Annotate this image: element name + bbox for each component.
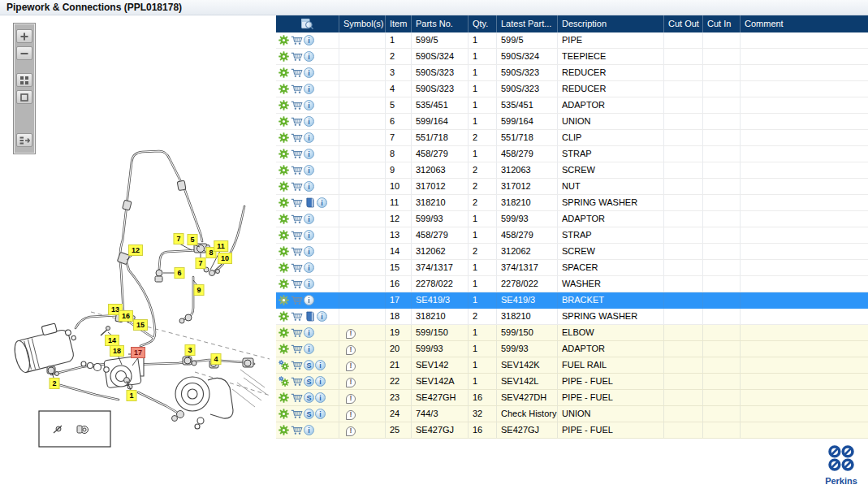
supersession-icon[interactable]: S <box>304 376 314 387</box>
cart-icon[interactable] <box>291 408 303 420</box>
table-row[interactable]: i ! 25 SE427GJ 16 SE427GJ PIPE - FUEL <box>276 422 868 439</box>
diagram-callout-5[interactable]: 5 <box>187 234 197 245</box>
zoom-in-button[interactable] <box>16 29 32 43</box>
cart-icon[interactable] <box>291 164 303 176</box>
cart-icon[interactable] <box>291 424 303 436</box>
cart-icon[interactable] <box>291 294 303 306</box>
cart-icon[interactable] <box>291 34 303 46</box>
cart-icon[interactable] <box>291 310 303 322</box>
gear-icon[interactable] <box>278 164 290 176</box>
cart-icon[interactable] <box>291 359 303 371</box>
toggle-parts-panel-button[interactable] <box>16 133 32 147</box>
info-icon[interactable]: i <box>304 51 314 62</box>
gear-icon[interactable] <box>278 50 290 63</box>
info-icon[interactable]: i <box>304 100 314 110</box>
col-header-item[interactable]: Item <box>386 15 412 32</box>
table-row[interactable]: Si ! 24 744/3 32 Check History UNION <box>276 406 868 422</box>
diagram-callout-7[interactable]: 7 <box>173 233 184 244</box>
cart-icon[interactable] <box>291 343 303 355</box>
cart-icon[interactable] <box>291 115 303 128</box>
table-row[interactable]: i 15 374/1317 1 374/1317 SPACER <box>276 260 868 276</box>
info-icon[interactable]: i <box>304 327 314 338</box>
info-icon[interactable]: i <box>304 149 314 159</box>
gear-icon[interactable] <box>278 424 290 436</box>
table-row[interactable]: i 4 590S/323 1 590S/323 REDUCER <box>276 81 868 97</box>
diagram-callout-11[interactable]: 11 <box>214 240 228 252</box>
gear-icon[interactable] <box>278 392 290 404</box>
col-header-cut-out[interactable]: Cut Out <box>664 15 703 32</box>
diagram-callout-7[interactable]: 7 <box>195 257 205 269</box>
gear-icon[interactable] <box>278 229 290 241</box>
table-row[interactable]: i 6 599/164 1 599/164 UNION <box>276 114 868 130</box>
info-icon[interactable]: i <box>304 116 314 127</box>
diagram-callout-10[interactable]: 10 <box>218 253 232 264</box>
cart-icon[interactable] <box>291 148 303 160</box>
diagram-callout-18[interactable]: 18 <box>110 345 124 357</box>
table-row[interactable]: i 1 599/5 1 599/5 PIPE <box>276 32 868 49</box>
gear-icon[interactable] <box>278 343 290 355</box>
info-icon[interactable]: i <box>317 197 327 208</box>
note-balloon-icon[interactable]: ! <box>346 426 356 436</box>
info-icon[interactable]: i <box>304 279 314 289</box>
table-row[interactable]: i 17 SE419/3 1 SE419/3 BRACKET <box>276 292 868 309</box>
diagram-callout-2[interactable]: 2 <box>49 378 59 389</box>
col-header-comment[interactable]: Comment <box>741 15 868 32</box>
cart-icon[interactable] <box>291 197 303 209</box>
info-icon[interactable]: i <box>304 295 314 305</box>
table-row[interactable]: i 8 458/279 1 458/279 STRAP <box>276 146 868 162</box>
diagram-callout-4[interactable]: 4 <box>210 353 221 365</box>
gear-icon[interactable] <box>278 213 290 225</box>
info-icon[interactable]: i <box>315 392 326 403</box>
cart-icon[interactable] <box>291 83 303 95</box>
table-row[interactable]: i ! 20 599/93 1 599/93 ADAPTOR <box>276 341 868 357</box>
col-header-description[interactable]: Description <box>558 15 664 32</box>
supersession-icon[interactable]: S <box>304 392 314 403</box>
info-icon[interactable]: i <box>315 409 326 419</box>
diagram-callout-6[interactable]: 6 <box>174 267 184 279</box>
table-row[interactable]: i 7 551/718 2 551/718 CLIP <box>276 130 868 146</box>
gear-icon[interactable] <box>278 310 290 322</box>
fit-view-button[interactable] <box>16 90 32 104</box>
table-row[interactable]: i 13 458/279 1 458/279 STRAP <box>276 227 868 244</box>
diagram-callout-3[interactable]: 3 <box>184 344 195 356</box>
cart-icon[interactable] <box>291 132 303 144</box>
info-icon[interactable]: i <box>304 181 314 192</box>
info-icon[interactable]: i <box>317 311 327 322</box>
table-row[interactable]: i 12 599/93 1 599/93 ADAPTOR <box>276 211 868 227</box>
table-row[interactable]: Si ! 22 SEV142A 1 SEV142L PIPE - FUEL <box>276 374 868 390</box>
cart-icon[interactable] <box>291 67 303 79</box>
gear-add-icon[interactable] <box>278 359 290 371</box>
info-icon[interactable]: i <box>304 84 314 94</box>
gear-icon[interactable] <box>278 148 290 160</box>
gear-icon[interactable] <box>278 408 290 420</box>
cart-icon[interactable] <box>291 392 303 404</box>
diagram-callout-17[interactable]: 17 <box>131 347 145 358</box>
diagram-callout-16[interactable]: 16 <box>119 310 133 322</box>
cart-icon[interactable] <box>291 262 303 274</box>
table-row[interactable]: Si ! 23 SE427GH 16 SEV427DH PIPE - FUEL <box>276 390 868 406</box>
gear-icon[interactable] <box>278 132 290 144</box>
note-balloon-icon[interactable]: ! <box>346 345 356 355</box>
table-row[interactable]: i 11 318210 2 318210 SPRING WASHER <box>276 195 868 211</box>
note-balloon-icon[interactable]: ! <box>346 410 356 420</box>
info-icon[interactable]: i <box>304 425 314 435</box>
table-row[interactable]: i ! 19 599/150 1 599/150 ELBOW <box>276 325 868 341</box>
info-icon[interactable]: i <box>304 230 314 240</box>
col-header-cut-in[interactable]: Cut In <box>703 15 741 32</box>
tile-view-button[interactable] <box>16 73 32 87</box>
diagram-callout-15[interactable]: 15 <box>133 319 148 331</box>
table-row[interactable]: i 16 2278/022 1 2278/022 WASHER <box>276 276 868 292</box>
info-icon[interactable]: i <box>304 67 314 78</box>
supersession-icon[interactable]: S <box>304 360 314 370</box>
info-icon[interactable]: i <box>304 165 314 175</box>
gear-icon[interactable] <box>278 262 290 274</box>
gear-icon[interactable] <box>278 197 290 209</box>
note-balloon-icon[interactable]: ! <box>346 394 356 404</box>
book-icon[interactable] <box>304 197 316 209</box>
diagram-callout-9[interactable]: 9 <box>193 284 204 296</box>
gear-icon[interactable] <box>278 34 290 46</box>
gear-icon[interactable] <box>278 278 290 290</box>
cart-icon[interactable] <box>291 229 303 241</box>
gear-add-icon[interactable] <box>278 375 290 387</box>
table-row[interactable]: i 9 312063 2 312063 SCREW <box>276 162 868 179</box>
